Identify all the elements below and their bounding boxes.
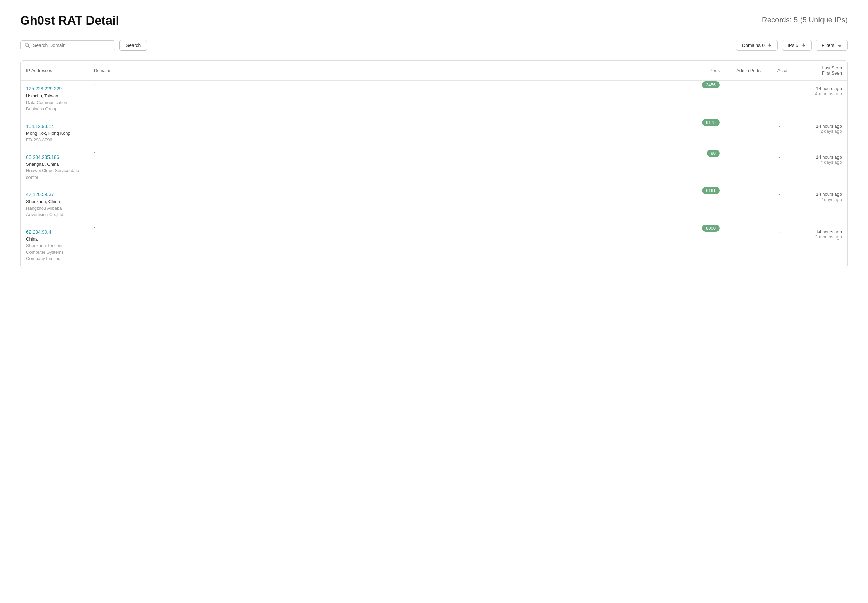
search-wrapper[interactable] — [20, 40, 115, 51]
table-row: 125.228.229.229 Hsinchu, Taiwan Data Com… — [21, 80, 847, 118]
last-seen-value: 14 hours ago — [798, 86, 842, 91]
ip-org: Shenzhen Tencent Computer Systems Compan… — [26, 242, 83, 262]
page-header: Gh0st RAT Detail Records: 5 (5 Unique IP… — [20, 14, 848, 28]
last-seen-cell: 14 hours ago 2 days ago — [793, 118, 847, 149]
last-seen-value: 14 hours ago — [798, 155, 842, 159]
last-seen-value: 14 hours ago — [798, 229, 842, 234]
ip-cell: 60.204.235.186 Shanghai, China Huawei Cl… — [21, 149, 88, 186]
port-badge: 6161 — [702, 187, 720, 194]
ports-cell: 80 — [685, 149, 725, 186]
first-seen-value: 2 days ago — [798, 197, 842, 202]
ip-org: Huawei Cloud Service data center — [26, 167, 83, 181]
actor-cell: - — [766, 118, 793, 149]
admin-ports-cell — [725, 80, 766, 118]
domains-cell: - — [88, 224, 685, 267]
last-seen-cell: 14 hours ago 4 days ago — [793, 149, 847, 186]
domains-button[interactable]: Domains 0 — [736, 40, 778, 51]
last-seen-cell: 14 hours ago 2 months ago — [793, 224, 847, 267]
ip-location: Hsinchu, Taiwan — [26, 93, 83, 99]
admin-ports-cell — [725, 149, 766, 186]
admin-ports-cell — [725, 186, 766, 224]
data-table: IP Addresses Domains Ports Admin Ports A… — [21, 60, 847, 267]
ip-cell: 62.234.90.4 China Shenzhen Tencent Compu… — [21, 224, 88, 267]
first-seen-value: 2 days ago — [798, 129, 842, 134]
last-seen-cell: 14 hours ago 2 days ago — [793, 186, 847, 224]
ips-button[interactable]: IPs 5 — [782, 40, 812, 51]
ports-cell: 8000 — [685, 224, 725, 267]
domains-cell: - — [88, 149, 685, 186]
filters-button[interactable]: Filters — [816, 40, 848, 51]
table-row: 47.120.59.37 Shenzhen, China Hangzhou Al… — [21, 186, 847, 224]
ip-org: Hangzhou Alibaba Advertising Co.,Ltd. — [26, 205, 83, 218]
search-input[interactable] — [33, 43, 111, 48]
table-row: 154.12.93.14 Mong Kok, Hong Kong FD-298-… — [21, 118, 847, 149]
ports-cell: 3456 — [685, 80, 725, 118]
search-button[interactable]: Search — [119, 40, 147, 51]
actor-cell: - — [766, 224, 793, 267]
table-body: 125.228.229.229 Hsinchu, Taiwan Data Com… — [21, 80, 847, 267]
domains-cell: - — [88, 80, 685, 118]
ip-location: China — [26, 236, 83, 243]
ports-cell: 6161 — [685, 186, 725, 224]
download-icon-2 — [801, 43, 806, 48]
ip-link[interactable]: 60.204.235.186 — [26, 155, 83, 160]
ip-cell: 154.12.93.14 Mong Kok, Hong Kong FD-298-… — [21, 118, 88, 149]
col-header-ports: Ports — [685, 60, 725, 80]
page-title: Gh0st RAT Detail — [20, 14, 119, 28]
table-row: 60.204.235.186 Shanghai, China Huawei Cl… — [21, 149, 847, 186]
ip-link[interactable]: 47.120.59.37 — [26, 192, 83, 197]
col-header-last-seen: Last Seen First Seen — [793, 60, 847, 80]
ip-link[interactable]: 154.12.93.14 — [26, 124, 83, 129]
table-header: IP Addresses Domains Ports Admin Ports A… — [21, 60, 847, 80]
last-seen-value: 14 hours ago — [798, 192, 842, 197]
records-info: Records: 5 (5 Unique IPs) — [762, 14, 848, 25]
ip-link[interactable]: 125.228.229.229 — [26, 86, 83, 91]
search-icon — [25, 43, 30, 48]
ip-cell: 125.228.229.229 Hsinchu, Taiwan Data Com… — [21, 80, 88, 118]
last-seen-cell: 14 hours ago 4 months ago — [793, 80, 847, 118]
port-badge: 9175 — [702, 119, 720, 126]
ip-location: Mong Kok, Hong Kong — [26, 130, 83, 137]
svg-line-1 — [28, 46, 30, 48]
first-seen-value: 4 days ago — [798, 159, 842, 165]
admin-ports-cell — [725, 118, 766, 149]
actor-cell: - — [766, 80, 793, 118]
actor-cell: - — [766, 186, 793, 224]
table-row: 62.234.90.4 China Shenzhen Tencent Compu… — [21, 224, 847, 267]
ip-location: Shanghai, China — [26, 161, 83, 168]
filter-icon — [837, 43, 842, 48]
last-seen-value: 14 hours ago — [798, 124, 842, 129]
port-badge: 3456 — [702, 81, 720, 88]
domains-cell: - — [88, 186, 685, 224]
col-header-ip: IP Addresses — [21, 60, 88, 80]
ip-org: Data Communication Business Group — [26, 99, 83, 113]
ip-cell: 47.120.59.37 Shenzhen, China Hangzhou Al… — [21, 186, 88, 224]
ip-org: FD-298-8796 — [26, 136, 83, 143]
first-seen-value: 2 months ago — [798, 234, 842, 240]
col-header-admin-ports: Admin Ports — [725, 60, 766, 80]
actor-cell: - — [766, 149, 793, 186]
admin-ports-cell — [725, 224, 766, 267]
ports-cell: 9175 — [685, 118, 725, 149]
toolbar: Search Domains 0 IPs 5 Filters — [20, 40, 848, 51]
domains-cell: - — [88, 118, 685, 149]
ip-link[interactable]: 62.234.90.4 — [26, 229, 83, 235]
port-badge: 80 — [707, 150, 720, 157]
port-badge: 8000 — [702, 224, 720, 232]
download-icon — [767, 43, 772, 48]
col-header-actor: Actor — [766, 60, 793, 80]
ip-location: Shenzhen, China — [26, 198, 83, 205]
col-header-domains: Domains — [88, 60, 685, 80]
table-container: IP Addresses Domains Ports Admin Ports A… — [20, 60, 848, 268]
first-seen-value: 4 months ago — [798, 91, 842, 96]
